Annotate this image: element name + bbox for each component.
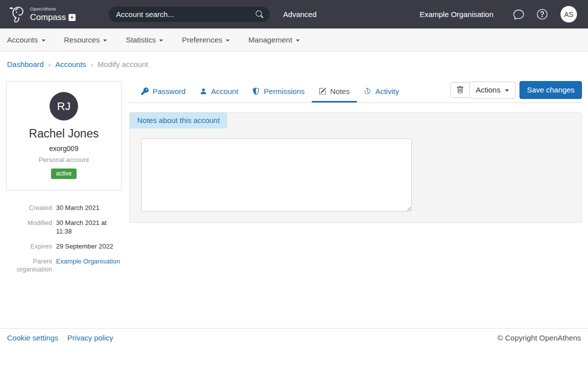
tab-strip: Password Account Permissions [134, 82, 406, 102]
chevron-down-icon [42, 40, 46, 42]
profile-name: Rachel Jones [11, 127, 117, 140]
person-icon [200, 88, 207, 95]
detail-label: Created [6, 204, 52, 212]
key-icon [141, 88, 149, 95]
breadcrumb-current: Modify account [98, 60, 148, 68]
nav-management[interactable]: Management [248, 36, 300, 44]
toolbar: Actions Save changes [450, 81, 582, 102]
delete-button[interactable] [450, 82, 470, 98]
question-circle-icon [537, 9, 547, 20]
status-badge: active [51, 168, 77, 179]
actions-dropdown-button[interactable]: Actions [470, 82, 515, 98]
openathens-compass-logo[interactable]: OpenAthens Compass + [7, 4, 76, 25]
detail-label: Modified [6, 219, 52, 236]
chevron-down-icon [103, 40, 107, 42]
history-icon [364, 88, 371, 95]
detail-created: Created 30 March 2021 [6, 204, 122, 212]
breadcrumb-separator: › [48, 60, 51, 68]
brand-openathens: OpenAthens [30, 7, 76, 12]
user-avatar[interactable]: AS [560, 6, 577, 22]
detail-value: 29 September 2022 [56, 242, 113, 251]
cookie-settings-link[interactable]: Cookie settings [7, 334, 59, 342]
chevron-down-icon [226, 40, 230, 42]
breadcrumb: Dashboard › Accounts › Modify account [0, 52, 588, 75]
detail-label: Parent organisation [6, 258, 52, 274]
detail-value: 30 March 2021 [56, 204, 100, 212]
notes-panel-label: Notes about this account [130, 112, 227, 128]
brand-compass: Compass [30, 13, 66, 22]
top-bar: OpenAthens Compass + Advanced Example Or… [0, 0, 588, 28]
profile-account-type: Personal account [11, 156, 117, 164]
detail-expires: Expires 29 September 2022 [6, 242, 122, 251]
account-search-input[interactable] [115, 10, 256, 19]
privacy-policy-link[interactable]: Privacy policy [68, 334, 114, 342]
page-footer: Cookie settings Privacy policy © Copyrig… [0, 328, 588, 347]
help-button[interactable] [537, 9, 547, 20]
breadcrumb-separator: › [91, 60, 93, 68]
account-search-box[interactable] [109, 6, 270, 22]
nav-statistics[interactable]: Statistics [126, 36, 163, 44]
tab-notes[interactable]: Notes [312, 82, 357, 102]
chevron-down-icon [505, 90, 509, 92]
parent-organisation-link[interactable]: Example Organisation [56, 258, 120, 265]
chevron-down-icon [296, 40, 300, 42]
tab-account[interactable]: Account [193, 82, 245, 102]
trash-icon [456, 86, 464, 94]
avatar: RJ [50, 92, 78, 120]
breadcrumb-dashboard[interactable]: Dashboard [7, 60, 44, 68]
feedback-button[interactable] [513, 9, 524, 20]
tab-activity[interactable]: Activity [357, 82, 406, 102]
detail-parent-organisation: Parent organisation Example Organisation [6, 258, 122, 274]
nav-accounts[interactable]: Accounts [7, 36, 46, 44]
notes-panel: Notes about this account [129, 112, 582, 223]
detail-label: Expires [6, 242, 52, 251]
nav-resources[interactable]: Resources [64, 36, 108, 44]
openathens-owl-icon [7, 4, 27, 25]
chevron-down-icon [159, 40, 163, 42]
account-details: Created 30 March 2021 Modified 30 March … [6, 204, 122, 274]
main-menu-bar: Accounts Resources Statistics Preference… [0, 28, 588, 52]
chat-bubble-icon [513, 9, 524, 20]
copyright-text: © Copyright OpenAthens [497, 334, 581, 342]
organisation-name: Example Organisation [419, 10, 493, 18]
tab-permissions[interactable]: Permissions [245, 82, 312, 102]
plus-badge-icon: + [69, 14, 76, 21]
search-button[interactable] [256, 10, 263, 18]
tab-header: Password Account Permissions [129, 81, 582, 103]
advanced-search-link[interactable]: Advanced [283, 10, 317, 18]
tab-password[interactable]: Password [134, 82, 193, 102]
profile-username: exorg009 [11, 144, 117, 152]
nav-preferences[interactable]: Preferences [182, 36, 230, 44]
breadcrumb-accounts[interactable]: Accounts [55, 60, 86, 68]
detail-modified: Modified 30 March 2021 at 11:38 [6, 219, 122, 236]
save-changes-button[interactable]: Save changes [519, 81, 582, 99]
notes-textarea[interactable] [141, 138, 412, 212]
search-icon [256, 10, 263, 18]
detail-value: 30 March 2021 at 11:38 [56, 219, 122, 236]
profile-card: RJ Rachel Jones exorg009 Personal accoun… [6, 81, 122, 190]
pencil-square-icon [319, 88, 326, 95]
shield-icon [252, 88, 260, 95]
